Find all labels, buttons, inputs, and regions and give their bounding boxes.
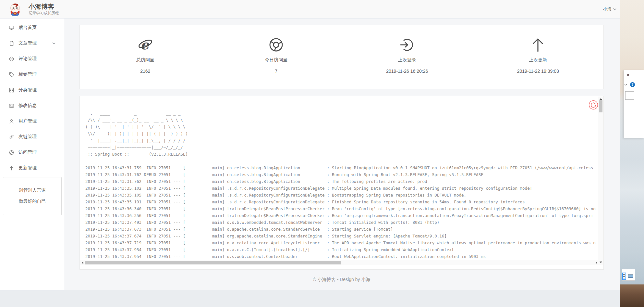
tag-icon: [9, 72, 14, 77]
stat-today-visits: 今日访问量 7: [211, 25, 342, 89]
login-icon: [399, 37, 415, 53]
sidebar-item-label: 友链管理: [18, 134, 37, 140]
app-subtitle: 记录学习成长历程: [29, 11, 59, 16]
sidebar-item-links[interactable]: 友链管理: [0, 129, 64, 145]
refresh-icon: [589, 100, 598, 110]
chrome-browser-icon: [268, 37, 284, 53]
app-title: 小海博客: [29, 3, 55, 11]
user-dropdown[interactable]: 小海: [603, 6, 616, 12]
stat-last-update: 上次更新 2019-11-22 19:39:03: [473, 25, 604, 89]
stat-label: 上次更新: [529, 57, 547, 63]
arrow-up-icon: [530, 37, 546, 53]
refresh-button[interactable]: [589, 100, 598, 110]
id-card-icon: [9, 103, 14, 109]
stat-value: 2162: [140, 69, 150, 74]
arrow-up-icon: [9, 165, 14, 171]
sidebar-item-tags[interactable]: 标签管理: [0, 67, 64, 82]
stat-label: 今日访问量: [265, 57, 287, 63]
scroll-left-arrow[interactable]: [82, 262, 83, 264]
chevron-down-icon: [52, 42, 55, 45]
motto-card: 别管别人言语 做最好的自己: [3, 177, 62, 215]
log-console-panel: . ____ _ __ _ _ /\\ / ___'_ __ _ _(_)_ _…: [79, 96, 604, 270]
vertical-scroll-thumb[interactable]: [599, 100, 602, 112]
comment-icon: [9, 56, 14, 62]
list-view-icon[interactable]: [622, 273, 626, 280]
stat-value: 7: [275, 69, 277, 74]
divider: [473, 31, 473, 83]
globe-icon: [9, 150, 14, 155]
sidebar-item-profile[interactable]: 修改信息: [0, 98, 64, 113]
monitor-icon: [9, 25, 14, 31]
stat-last-login: 上次登录 2019-11-26 16:20:26: [342, 25, 473, 89]
svg-text:e: e: [140, 37, 150, 52]
sidebar-item-visits[interactable]: 访问管理: [0, 145, 64, 160]
close-icon[interactable]: ✕: [626, 72, 630, 78]
chevron-down-icon[interactable]: [624, 84, 627, 86]
sidebar-item-label: 文章管理: [18, 40, 37, 46]
log-viewport: . ____ _ __ _ _ /\\ / ___'_ __ _ _(_)_ _…: [80, 96, 599, 259]
scroll-right-arrow[interactable]: [596, 262, 597, 264]
sidebar-item-users[interactable]: 用户管理: [0, 113, 64, 129]
sidebar-item-label: 标签管理: [18, 71, 37, 77]
sidebar-item-label: 用户管理: [18, 118, 37, 124]
help-icon[interactable]: ?: [630, 82, 635, 87]
motto-line: 别管别人言语: [3, 185, 61, 196]
dialog-field-fragment[interactable]: [625, 91, 634, 100]
desktop-wallpaper: [620, 0, 644, 307]
sidebar-item-articles[interactable]: 文章管理: [0, 35, 64, 51]
divider: [624, 89, 644, 89]
console-log: . ____ _ __ _ _ /\\ / ___'_ __ _ _(_)_ _…: [85, 110, 596, 259]
chevron-down-icon: [613, 8, 616, 10]
link-icon: [9, 134, 14, 140]
sidebar-item-categories[interactable]: 分类管理: [0, 82, 64, 98]
overlay-dialog-fragment: ✕ ?: [624, 70, 644, 138]
user-icon: [9, 119, 14, 124]
vertical-scrollbar[interactable]: [598, 96, 603, 265]
stats-panel: e 总访问量 2162 今日访问量 7 上次登录 2: [79, 25, 604, 89]
horizontal-scroll-thumb[interactable]: [85, 261, 341, 264]
scroll-up-arrow[interactable]: [600, 98, 602, 100]
blog-logo-avatar: [8, 2, 22, 17]
stat-label: 总访问量: [136, 57, 154, 63]
motto-line: 做最好的自己: [3, 196, 61, 207]
sidebar-item-label: 后台首页: [18, 25, 37, 31]
horizontal-scrollbar[interactable]: [80, 260, 599, 265]
ie-browser-icon: e: [138, 37, 153, 53]
sidebar-item-dashboard[interactable]: 后台首页: [0, 20, 64, 35]
browser-window: 小海博客 记录学习成长历程 小海 后台首页 文章管理: [0, 0, 620, 307]
divider: [342, 31, 342, 83]
stat-label: 上次登录: [398, 57, 416, 63]
stat-value: 2019-11-22 19:39:03: [517, 69, 559, 74]
sidebar-item-label: 评论管理: [18, 56, 37, 62]
sidebar-item-comments[interactable]: 评论管理: [0, 51, 64, 67]
stat-total-visits: e 总访问量 2162: [80, 25, 211, 89]
sidebar-item-label: 分类管理: [18, 87, 37, 93]
divider: [211, 31, 211, 83]
app-header: 小海博客 记录学习成长历程 小海: [0, 0, 620, 19]
sidebar-nav: 后台首页 文章管理 评论管理 标签管理: [0, 19, 64, 290]
sidebar-item-label: 访问管理: [18, 149, 37, 155]
sidebar-item-label: 更新管理: [18, 165, 37, 171]
sidebar-item-updates[interactable]: 更新管理: [0, 160, 64, 176]
thumbnail-view-icon[interactable]: [628, 274, 633, 278]
scroll-down-arrow[interactable]: [600, 262, 602, 263]
stat-value: 2019-11-26 16:20:26: [386, 69, 428, 74]
page-bottom-background: [0, 290, 620, 307]
overlay-view-toggle-fragment: [622, 269, 635, 281]
document-icon: [9, 41, 14, 46]
sidebar-item-label: 修改信息: [18, 103, 37, 109]
user-name: 小海: [603, 6, 612, 12]
grid-icon: [9, 87, 14, 93]
footer-copyright: © 小海博客 - Design by 小海: [79, 277, 604, 283]
